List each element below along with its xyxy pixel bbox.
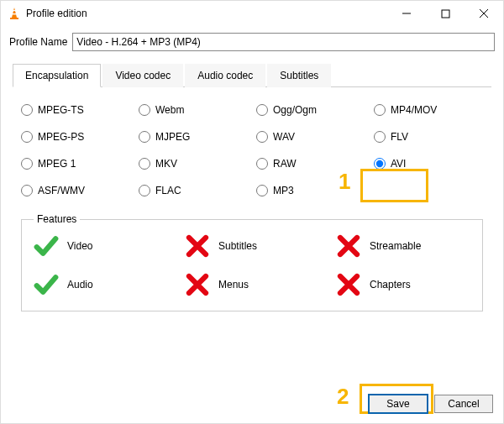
features-group: Features Video Subtitles Streamable <box>21 213 483 311</box>
feature-audio: Audio <box>34 272 168 297</box>
cross-icon <box>336 233 361 259</box>
radio-mp4mov[interactable]: MP4/MOV <box>374 104 483 116</box>
feature-label: Streamable <box>370 240 421 252</box>
svg-marker-0 <box>12 8 17 18</box>
radio-label: MKV <box>155 158 177 170</box>
titlebar: Profile edition <box>1 1 503 26</box>
radio-label: ASF/WMV <box>38 185 85 196</box>
close-icon <box>479 8 489 18</box>
profile-name-label: Profile Name <box>9 36 67 48</box>
tab-video-codec[interactable]: Video codec <box>102 64 183 87</box>
radio-label: MPEG 1 <box>38 158 76 170</box>
dialog-footer: Save Cancel <box>362 395 493 413</box>
maximize-icon <box>441 9 450 18</box>
radio-wav[interactable]: WAV <box>256 131 365 143</box>
profile-edition-window: Profile edition Profile Name Encapsulati… <box>0 0 504 424</box>
cross-icon <box>185 272 210 297</box>
radio-raw[interactable]: RAW <box>256 158 365 170</box>
feature-video: Video <box>34 233 168 259</box>
svg-rect-1 <box>13 10 16 11</box>
svg-rect-5 <box>442 10 449 18</box>
radio-label: MP3 <box>273 185 294 196</box>
cross-icon <box>336 272 361 297</box>
cross-icon <box>185 233 210 259</box>
feature-chapters: Chapters <box>336 272 470 297</box>
tab-encapsulation-panel: MPEG-TS Webm Ogg/Ogm MP4/MOV MPEG-PS MJP… <box>9 87 495 320</box>
radio-avi[interactable]: AVI <box>374 158 483 170</box>
radio-label: RAW <box>273 158 297 170</box>
check-icon <box>34 233 59 259</box>
features-legend: Features <box>34 213 80 225</box>
radio-mpegps[interactable]: MPEG-PS <box>21 131 130 143</box>
feature-label: Menus <box>218 279 249 291</box>
radio-mp3[interactable]: MP3 <box>256 185 365 196</box>
annotation-number-2: 2 <box>337 384 349 410</box>
profile-name-input[interactable] <box>72 33 495 51</box>
radio-asfwmv[interactable]: ASF/WMV <box>21 185 130 196</box>
radio-label: FLAC <box>155 185 181 196</box>
feature-streamable: Streamable <box>336 233 470 259</box>
feature-label: Subtitles <box>218 240 257 252</box>
radio-mpeg1[interactable]: MPEG 1 <box>21 158 130 170</box>
radio-label: Ogg/Ogm <box>273 104 317 116</box>
radio-webm[interactable]: Webm <box>139 104 248 116</box>
radio-oggogm[interactable]: Ogg/Ogm <box>256 104 365 116</box>
radio-label: AVI <box>391 158 406 170</box>
window-buttons <box>387 1 503 26</box>
feature-label: Audio <box>67 279 93 291</box>
minimize-button[interactable] <box>387 1 426 26</box>
close-button[interactable] <box>465 1 503 26</box>
feature-menus: Menus <box>185 272 319 297</box>
radio-label: Webm <box>155 104 184 116</box>
radio-mjpeg[interactable]: MJPEG <box>139 131 248 143</box>
cancel-button[interactable]: Cancel <box>434 395 493 413</box>
encapsulation-radio-grid: MPEG-TS Webm Ogg/Ogm MP4/MOV MPEG-PS MJP… <box>21 104 483 196</box>
vlc-cone-icon <box>8 7 21 20</box>
tab-audio-codec[interactable]: Audio codec <box>185 64 265 87</box>
radio-flac[interactable]: FLAC <box>139 185 248 196</box>
maximize-button[interactable] <box>426 1 465 26</box>
tab-encapsulation[interactable]: Encapsulation <box>13 64 101 87</box>
radio-flv[interactable]: FLV <box>374 131 483 143</box>
tabbar: Encapsulation Video codec Audio codec Su… <box>13 63 491 87</box>
save-button[interactable]: Save <box>369 395 428 413</box>
radio-label: MP4/MOV <box>391 104 437 116</box>
radio-label: MPEG-TS <box>38 104 84 116</box>
radio-label: FLV <box>391 131 408 143</box>
minimize-icon <box>402 8 412 18</box>
radio-mpegts[interactable]: MPEG-TS <box>21 104 130 116</box>
feature-label: Video <box>67 240 92 252</box>
radio-label: MJPEG <box>155 131 190 143</box>
feature-label: Chapters <box>370 279 411 291</box>
radio-label: MPEG-PS <box>38 131 84 143</box>
window-title: Profile edition <box>26 8 387 19</box>
check-icon <box>34 272 59 297</box>
svg-rect-3 <box>10 18 18 19</box>
radio-label: WAV <box>273 131 295 143</box>
svg-rect-2 <box>13 13 17 14</box>
tab-subtitles[interactable]: Subtitles <box>267 64 331 87</box>
feature-subtitles: Subtitles <box>185 233 319 259</box>
radio-mkv[interactable]: MKV <box>139 158 248 170</box>
